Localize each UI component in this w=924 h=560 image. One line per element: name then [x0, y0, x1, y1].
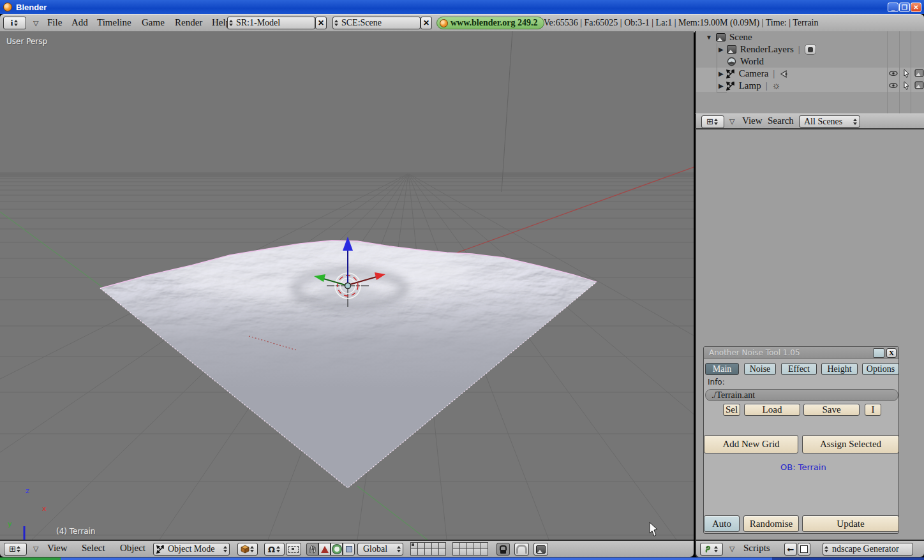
tab-options[interactable]: Options — [862, 363, 899, 375]
snap-button[interactable] — [514, 543, 529, 556]
view3d-menu-select[interactable]: Select — [82, 543, 105, 554]
version-badge: www.blender.org 249.2 — [436, 17, 544, 29]
menu-add[interactable]: Add — [71, 17, 88, 28]
scripts-header: ▽ Scripts ← ndscape Generator — [695, 540, 924, 557]
new-window-button[interactable] — [798, 543, 810, 556]
manipulator-toggle-button[interactable] — [306, 543, 318, 556]
menu-game[interactable]: Game — [142, 17, 165, 28]
manipulator-translate-button[interactable] — [318, 543, 331, 556]
outliner-row-lamp[interactable]: ▶ Lamp | ☼ — [719, 80, 780, 92]
import-button[interactable]: I — [865, 404, 881, 416]
outliner-label[interactable]: RenderLayers — [740, 44, 794, 55]
close-button[interactable]: ✕ — [911, 3, 921, 12]
pivot-spinner-icon — [275, 546, 281, 552]
window-icon — [800, 545, 808, 553]
outliner-editor-icon: ⊞ — [706, 117, 713, 127]
render-badge-icon[interactable] — [805, 44, 816, 55]
layer-toggle[interactable] — [438, 549, 446, 556]
collapse-menus-icon[interactable]: ▽ — [729, 117, 734, 126]
outliner-filter-select[interactable]: All Scenes — [799, 115, 860, 128]
expander-right-icon[interactable]: ▶ — [719, 82, 724, 89]
tab-main[interactable]: Main — [705, 363, 739, 375]
back-button[interactable]: ← — [784, 543, 797, 556]
scripts-menu[interactable]: Scripts — [743, 543, 770, 554]
mode-selector[interactable]: Object Mode — [153, 543, 230, 556]
outliner-label[interactable]: Camera — [739, 68, 769, 79]
add-new-grid-button[interactable]: Add New Grid — [704, 435, 798, 453]
outliner-menu-view[interactable]: View — [742, 115, 763, 126]
tab-noise[interactable]: Noise — [744, 363, 776, 375]
update-button[interactable]: Update — [802, 515, 899, 532]
expander-right-icon[interactable]: ▶ — [719, 70, 724, 77]
menu-file[interactable]: File — [47, 17, 62, 28]
expander-down-icon[interactable]: ▼ — [706, 34, 712, 41]
outliner-panel[interactable]: ▼ Scene ▶ RenderLayers | World ▶ — [695, 31, 924, 114]
outliner-row-world[interactable]: World — [727, 55, 764, 68]
title-bar[interactable]: Blender _ ❐ ✕ — [0, 0, 924, 14]
render-preview-button[interactable] — [533, 543, 548, 556]
version-text: www.blender.org 249.2 — [451, 18, 537, 28]
scene-selector[interactable]: SCE:Scene — [332, 17, 421, 29]
load-button[interactable]: Load — [744, 404, 800, 416]
outliner-row-renderlayers[interactable]: ▶ RenderLayers | — [719, 43, 816, 55]
editor-type-spinner-icon — [13, 20, 19, 26]
pivot-point-button[interactable]: Ω — [264, 543, 285, 556]
view3d-editor-type-button[interactable]: ⊞ — [4, 543, 27, 556]
outliner-header: ⊞ ▽ View Search All Scenes — [695, 114, 924, 129]
panel-close-button[interactable]: X — [886, 348, 897, 358]
collapse-menus-icon[interactable]: ▽ — [33, 19, 38, 27]
scene-delete-button[interactable]: ✕ — [421, 17, 432, 29]
pivot-icon: Ω — [268, 545, 275, 554]
info-header: i ▽ File Add Timeline Game Render Help S… — [0, 14, 924, 33]
outliner-label[interactable]: Scene — [729, 32, 752, 43]
orientation-selector[interactable]: Global — [357, 543, 403, 556]
script-selector[interactable]: ndscape Generator — [823, 543, 913, 556]
auto-button[interactable]: Auto — [704, 515, 740, 532]
save-button[interactable]: Save — [803, 404, 860, 416]
randomise-button[interactable]: Randomise — [743, 515, 799, 532]
noise-tool-panel[interactable]: Another Noise Tool 1.05 X Main Noise Eff… — [703, 346, 899, 534]
outliner-label[interactable]: World — [740, 56, 764, 67]
restriction-icons[interactable] — [887, 68, 924, 92]
editor-type-spinner-icon — [713, 119, 719, 125]
pivot-align-button[interactable] — [286, 543, 301, 556]
outliner-row-camera[interactable]: ▶ Camera | — [719, 68, 788, 80]
rotate-icon — [332, 545, 341, 554]
scripts-editor-type-button[interactable] — [700, 543, 723, 556]
editor-type-button[interactable]: i — [3, 17, 26, 29]
lock-layers-button[interactable] — [496, 543, 510, 556]
menu-render[interactable]: Render — [175, 17, 202, 28]
collapse-menus-icon[interactable]: ▽ — [729, 545, 734, 553]
screen-spinner-icon — [228, 20, 234, 26]
view3d-menu-object[interactable]: Object — [120, 543, 145, 554]
render-image-icon — [536, 545, 546, 554]
panel-collapse-button[interactable] — [873, 348, 884, 358]
minimize-button[interactable]: _ — [888, 3, 898, 12]
tab-height[interactable]: Height — [821, 363, 858, 375]
outliner-filter-value: All Scenes — [804, 117, 842, 127]
screen-selector[interactable]: SR:1-Model — [227, 17, 315, 29]
viewport-3d[interactable]: User Persp (4) Terrain z y x — [0, 31, 694, 540]
tab-effect[interactable]: Effect — [781, 363, 817, 375]
outliner-menu-search[interactable]: Search — [768, 115, 794, 126]
file-path-value: ./Terrain.ant — [712, 390, 755, 401]
assign-selected-button[interactable]: Assign Selected — [802, 435, 899, 453]
screen-delete-button[interactable]: ✕ — [315, 17, 327, 29]
outliner-row-scene[interactable]: ▼ Scene — [706, 31, 752, 43]
noise-tool-header[interactable]: Another Noise Tool 1.05 X — [704, 347, 898, 359]
draw-type-button[interactable] — [237, 543, 258, 556]
scene-spinner-icon — [333, 20, 339, 26]
restore-button[interactable]: ❐ — [899, 3, 910, 12]
viewport-canvas — [0, 31, 694, 540]
expander-right-icon[interactable]: ▶ — [719, 46, 724, 53]
file-path-field[interactable]: ./Terrain.ant — [705, 389, 898, 401]
manipulator-scale-button[interactable] — [343, 543, 355, 556]
outliner-label[interactable]: Lamp — [739, 80, 761, 91]
layer-toggle[interactable] — [481, 549, 488, 556]
sel-button[interactable]: Sel — [723, 404, 740, 416]
menu-timeline[interactable]: Timeline — [97, 17, 131, 28]
collapse-menus-icon[interactable]: ▽ — [33, 545, 38, 553]
outliner-editor-type-button[interactable]: ⊞ — [701, 115, 724, 128]
view3d-menu-view[interactable]: View — [47, 543, 68, 554]
manipulator-rotate-button[interactable] — [331, 543, 343, 556]
